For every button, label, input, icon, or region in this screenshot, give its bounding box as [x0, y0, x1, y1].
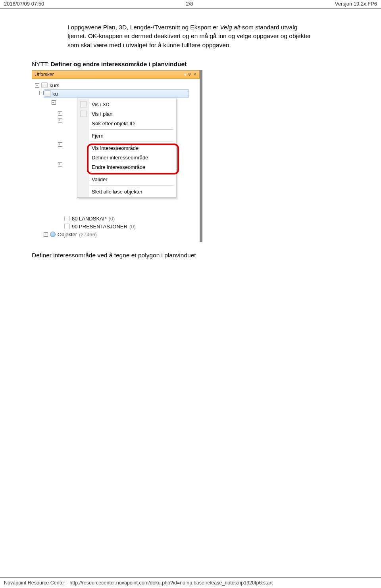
footer-source: Novapoint Resource Center - http://resou…	[4, 580, 273, 586]
panel-titlebar: Utforsker ▼ ⚲ ✕	[32, 70, 200, 79]
chevron-down-icon[interactable]: ▼	[183, 73, 187, 77]
highlight-annotation	[87, 144, 179, 174]
menu-separator	[90, 129, 173, 130]
menu-separator	[90, 142, 173, 142]
menu-item-delete-loose[interactable]: Slett alle løse objekter	[78, 187, 175, 196]
header-version: Versjon 19.2x.FP6	[335, 1, 377, 7]
task-icon	[64, 216, 70, 221]
menu-item-view-3d[interactable]: Vis i 3D	[78, 100, 175, 109]
document-icon	[45, 90, 50, 97]
menu-item-remove[interactable]: Fjern	[78, 131, 175, 140]
menu-item-view-plan[interactable]: Vis i plan	[78, 109, 175, 119]
collapse-icon[interactable]: −	[35, 83, 39, 88]
tree-view: − kurs − ku −	[32, 79, 200, 242]
view-plan-icon	[80, 111, 87, 117]
expand-icon[interactable]: +	[58, 111, 62, 116]
pin-icon[interactable]: ⚲	[187, 73, 191, 77]
menu-item-validate[interactable]: Valider	[78, 174, 175, 184]
menu-separator	[90, 185, 173, 186]
expand-icon[interactable]: +	[58, 142, 62, 147]
emphasis-text: Velg alt	[220, 24, 240, 31]
tree-node-landskap[interactable]: 80 LANDSKAP (0)	[34, 215, 198, 222]
page-header: 2016/07/09 07:50 2/8 Versjon 19.2x.FP6	[0, 0, 381, 9]
task-icon	[64, 224, 70, 229]
page-footer: Novapoint Resource Center - http://resou…	[0, 577, 381, 586]
tree-node-objekter[interactable]: + Objekter (27466)	[34, 230, 198, 238]
tree-node-kurs[interactable]: − kurs	[34, 81, 198, 89]
section-heading: NYTT: Definer og endre interessområde i …	[32, 61, 349, 68]
close-icon[interactable]: ✕	[193, 73, 197, 77]
tree-node-selected[interactable]: ku	[44, 89, 189, 98]
header-datetime: 2016/07/09 07:50	[4, 1, 44, 7]
globe-icon	[50, 232, 56, 237]
panel-title: Utforsker	[35, 72, 54, 77]
collapse-icon[interactable]: −	[39, 91, 44, 95]
expand-icon[interactable]: +	[58, 118, 62, 123]
intro-paragraph: I oppgavene Plan, 3D, Lengde-/Tverrsnitt…	[67, 23, 314, 50]
view-3d-icon	[80, 101, 87, 107]
header-page-number: 2/8	[186, 1, 193, 7]
menu-item-search-id[interactable]: Søk etter objekt-ID	[78, 119, 175, 128]
expand-icon[interactable]: +	[44, 232, 48, 237]
expand-icon[interactable]: +	[58, 162, 62, 167]
folder-icon	[41, 82, 48, 88]
screenshot-explorer-panel: Utforsker ▼ ⚲ ✕ − kurs − k	[32, 70, 202, 242]
tree-node-presentasjoner[interactable]: 90 PRESENTASJONER (0)	[34, 222, 198, 230]
collapse-icon[interactable]: −	[52, 100, 56, 105]
context-menu: Vis i 3D Vis i plan Søk etter objekt-ID …	[77, 98, 176, 198]
caption-text: Definer interessområde ved å tegne et po…	[32, 252, 349, 259]
